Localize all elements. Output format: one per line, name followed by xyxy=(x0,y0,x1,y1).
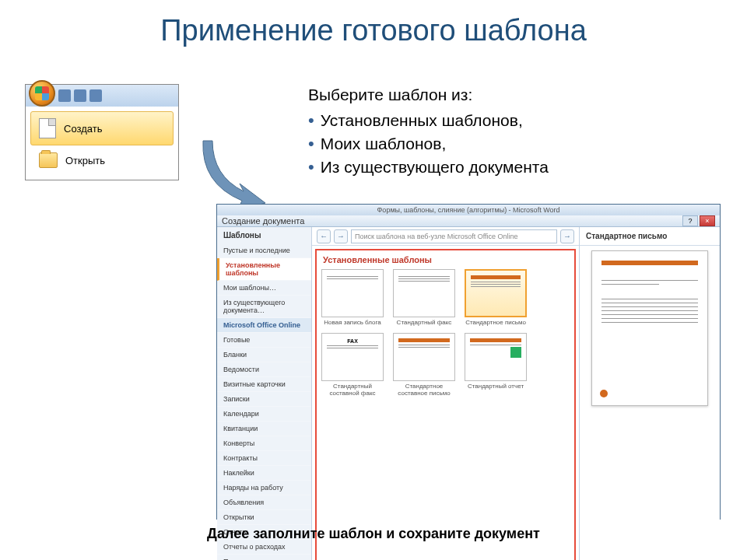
dialog-title: Создание документа xyxy=(222,216,304,226)
bullet-intro: Выберите шаблон из: xyxy=(308,84,689,106)
category-item[interactable]: Письма xyxy=(217,555,311,560)
category-item[interactable]: Бланки xyxy=(217,348,311,362)
bullet-item: Установленных шаблонов, xyxy=(308,109,689,132)
office-menu-snippet: Создать Открыть xyxy=(25,84,179,180)
category-item[interactable]: Открытки xyxy=(217,510,311,525)
template-thumb[interactable]: Стандартное составное письмо xyxy=(391,333,457,397)
office-button-icon[interactable] xyxy=(29,80,55,107)
menu-item-create[interactable]: Создать xyxy=(30,111,174,145)
new-document-dialog: Формы, шаблоны, слияние (алгоритмы) - Mi… xyxy=(216,204,721,520)
preview-title: Стандартное письмо xyxy=(580,227,720,246)
help-icon[interactable]: ? xyxy=(682,215,698,226)
dialog-body: Шаблоны Пустые и последние Установленные… xyxy=(217,227,720,560)
category-item[interactable]: Ведомости xyxy=(217,362,311,377)
category-item-installed[interactable]: Установленные шаблоны xyxy=(217,258,311,281)
left-header: Шаблоны xyxy=(217,227,311,243)
template-thumb[interactable]: Стандартный отчет xyxy=(463,333,528,397)
forward-icon[interactable]: → xyxy=(334,229,348,243)
bullet-item: Моих шаблонов, xyxy=(308,132,689,156)
open-folder-icon xyxy=(39,152,58,168)
search-input[interactable]: Поиск шаблона на веб-узле Microsoft Offi… xyxy=(351,229,557,243)
category-item[interactable]: Мои шаблоны… xyxy=(217,281,311,296)
template-thumb[interactable]: Новая запись блога xyxy=(320,269,385,327)
template-gallery: ← → Поиск шаблона на веб-узле Microsoft … xyxy=(312,227,580,560)
undo-icon[interactable] xyxy=(74,89,86,102)
category-item[interactable]: Наклейки xyxy=(217,466,311,481)
footer-instruction: Далее заполните шаблон и сохраните докум… xyxy=(0,526,747,542)
template-thumb[interactable]: Стандартный факс xyxy=(391,269,457,327)
window-controls: ? × xyxy=(682,215,715,226)
category-item[interactable]: Пустые и последние xyxy=(217,243,311,258)
redo-icon[interactable] xyxy=(89,89,102,102)
gallery-header: Установленные шаблоны xyxy=(320,254,571,269)
category-section-online[interactable]: Microsoft Office Online xyxy=(217,318,311,333)
category-item[interactable]: Готовые xyxy=(217,333,311,348)
category-item[interactable]: Из существующего документа… xyxy=(217,296,311,318)
slide-title: Применение готового шаблона xyxy=(0,0,747,55)
category-item[interactable]: Наряды на работу xyxy=(217,481,311,495)
gallery-content: Установленные шаблоны Новая запись блога… xyxy=(315,249,576,560)
instruction-text: Выберите шаблон из: Установленных шаблон… xyxy=(308,84,689,178)
bullet-item: Из существующего документа xyxy=(308,156,689,179)
category-item[interactable]: Конверты xyxy=(217,436,311,451)
template-thumb[interactable]: FAXСтандартный составной факс xyxy=(320,333,385,397)
save-icon[interactable] xyxy=(58,89,71,102)
back-icon[interactable]: ← xyxy=(317,229,331,243)
new-document-icon xyxy=(39,118,56,138)
menu-item-open[interactable]: Открыть xyxy=(30,145,174,175)
category-item[interactable]: Записки xyxy=(217,392,311,407)
menu-item-label: Создать xyxy=(64,123,102,135)
search-go-icon[interactable]: → xyxy=(560,229,574,243)
office-menu-body: Создать Открыть xyxy=(26,107,178,180)
category-item[interactable]: Календари xyxy=(217,407,311,422)
preview-pane: Стандартное письмо xyxy=(580,227,720,560)
menu-item-label: Открыть xyxy=(65,155,105,166)
category-item[interactable]: Объявления xyxy=(217,495,311,510)
gallery-toolbar: ← → Поиск шаблона на веб-узле Microsoft … xyxy=(312,227,579,246)
close-icon[interactable]: × xyxy=(700,215,715,226)
category-item[interactable]: Визитные карточки xyxy=(217,377,311,392)
category-item[interactable]: Контракты xyxy=(217,451,311,466)
template-preview xyxy=(591,250,708,406)
category-item[interactable]: Квитанции xyxy=(217,422,311,436)
quick-access-toolbar xyxy=(26,85,178,107)
template-thumb-selected[interactable]: Стандартное письмо xyxy=(463,269,528,327)
template-categories: Шаблоны Пустые и последние Установленные… xyxy=(217,227,312,560)
dialog-titlebar: Создание документа ? × xyxy=(217,215,720,227)
word-window-title: Формы, шаблоны, слияние (алгоритмы) - Mi… xyxy=(217,205,720,215)
